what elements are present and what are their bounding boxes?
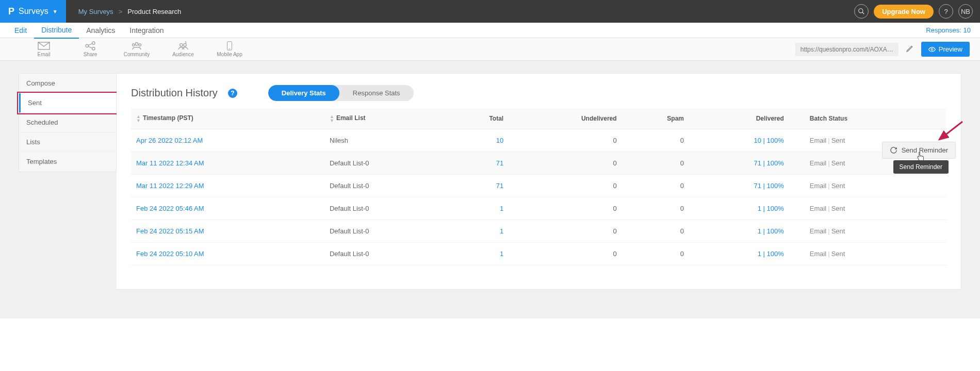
- total-cell: 1: [500, 205, 503, 212]
- spam-cell: 0: [622, 220, 689, 243]
- spam-cell: 0: [622, 129, 689, 152]
- col-batch-status[interactable]: Batch Status: [789, 108, 946, 129]
- timestamp-link[interactable]: Feb 24 2022 05:15 AM: [136, 227, 204, 235]
- send-reminder-button[interactable]: Send Reminder: [882, 142, 956, 159]
- svg-point-12: [184, 44, 186, 46]
- delivered-cell: 71 | 100%: [754, 182, 783, 190]
- pill-delivery-stats[interactable]: Delivery Stats: [268, 85, 339, 101]
- sidebar-item-compose[interactable]: Compose: [19, 74, 116, 93]
- preview-button[interactable]: Preview: [921, 42, 970, 57]
- timestamp-link[interactable]: Mar 11 2022 12:29 AM: [136, 182, 204, 190]
- refresh-icon: [890, 146, 897, 154]
- email-list-cell: Nilesh: [324, 129, 448, 152]
- total-cell: 71: [496, 182, 503, 190]
- email-icon: [38, 41, 50, 50]
- undelivered-cell: 0: [509, 243, 622, 265]
- timestamp-link[interactable]: Apr 26 2022 02:12 AM: [136, 137, 203, 144]
- col-spam[interactable]: Spam: [622, 108, 689, 129]
- tool-label: Email: [37, 52, 50, 57]
- community-icon: [130, 41, 143, 50]
- col-delivered[interactable]: Delivered: [689, 108, 789, 129]
- table-row[interactable]: Feb 24 2022 05:15 AMDefault List-01001 |…: [131, 220, 946, 243]
- col-total[interactable]: Total: [448, 108, 509, 129]
- breadcrumb-current: Product Research: [127, 8, 181, 15]
- timestamp-link[interactable]: Mar 11 2022 12:34 AM: [136, 159, 204, 167]
- search-icon: [858, 8, 865, 15]
- upgrade-button[interactable]: Upgrade Now: [874, 5, 934, 19]
- svg-point-8: [135, 43, 138, 45]
- table-row[interactable]: Mar 11 2022 12:29 AMDefault List-0710071…: [131, 175, 946, 197]
- email-list-cell: Default List-0: [324, 197, 448, 220]
- timestamp-link[interactable]: Feb 24 2022 05:46 AM: [136, 205, 204, 212]
- table-row[interactable]: Feb 24 2022 05:46 AMDefault List-01001 |…: [131, 197, 946, 220]
- eye-icon: [928, 46, 936, 53]
- sidebar-item-lists[interactable]: Lists: [19, 132, 116, 152]
- surveys-dropdown[interactable]: P Surveys ▼: [0, 0, 66, 23]
- breadcrumb: My Surveys > Product Research: [66, 0, 194, 23]
- tab-integration[interactable]: Integration: [122, 23, 171, 38]
- help-icon[interactable]: ?: [228, 89, 237, 98]
- email-list-cell: Default List-0: [324, 152, 448, 175]
- delivered-cell: 71 | 100%: [754, 159, 783, 167]
- delivered-cell: 1 | 100%: [758, 227, 784, 235]
- svg-point-4: [92, 42, 95, 44]
- table-row[interactable]: Feb 24 2022 05:10 AMDefault List-01001 |…: [131, 243, 946, 265]
- send-reminder-label: Send Reminder: [902, 146, 948, 154]
- tool-mobile-app[interactable]: Mobile App: [206, 41, 253, 57]
- batch-status-cell: Email|Sent: [789, 220, 946, 243]
- pill-response-stats[interactable]: Response Stats: [339, 85, 414, 101]
- tool-label: Mobile App: [217, 52, 242, 57]
- page-title: Distribution History: [131, 87, 218, 99]
- tool-label: Share: [84, 52, 97, 57]
- svg-point-0: [859, 9, 863, 13]
- sidebar-item-scheduled[interactable]: Scheduled: [19, 113, 116, 132]
- svg-point-16: [931, 48, 933, 50]
- tool-share[interactable]: Share: [67, 41, 113, 57]
- col-timestamp[interactable]: ▲▼Timestamp (PST): [131, 108, 324, 129]
- pencil-icon: [906, 44, 914, 53]
- undelivered-cell: 0: [509, 175, 622, 197]
- col-undelivered[interactable]: Undelivered: [509, 108, 622, 129]
- svg-line-6: [88, 44, 92, 46]
- help-button[interactable]: ?: [939, 4, 953, 19]
- survey-url-box[interactable]: https://questionpro.com/t/AOXAyZrIjI: [795, 43, 899, 56]
- tool-email[interactable]: Email: [21, 41, 67, 57]
- svg-point-9: [132, 44, 135, 46]
- table-row[interactable]: Apr 26 2022 02:12 AMNilesh100010 | 100%E…: [131, 129, 946, 152]
- total-cell: 1: [500, 250, 503, 258]
- undelivered-cell: 0: [509, 129, 622, 152]
- share-icon: [85, 41, 96, 50]
- sidebar-item-templates[interactable]: Templates: [19, 152, 116, 172]
- responses-count[interactable]: Responses: 10: [926, 26, 973, 34]
- svg-point-3: [86, 44, 88, 47]
- tool-community[interactable]: Community: [113, 41, 160, 57]
- avatar[interactable]: NB: [958, 4, 973, 19]
- main-tabs: Edit Distribute Analytics Integration Re…: [0, 23, 980, 38]
- breadcrumb-root[interactable]: My Surveys: [78, 8, 113, 15]
- delivered-cell: 10 | 100%: [754, 137, 783, 144]
- undelivered-cell: 0: [509, 220, 622, 243]
- sidebar-item-sent[interactable]: Sent: [19, 93, 116, 113]
- timestamp-link[interactable]: Feb 24 2022 05:10 AM: [136, 250, 204, 258]
- breadcrumb-sep-icon: >: [119, 8, 123, 15]
- tab-distribute[interactable]: Distribute: [34, 22, 79, 39]
- edit-url-button[interactable]: [899, 44, 921, 54]
- delivered-cell: 1 | 100%: [758, 205, 784, 212]
- tool-audience[interactable]: $ Audience: [160, 41, 206, 57]
- topbar-right: Upgrade Now ? NB: [854, 0, 980, 23]
- svg-line-1: [862, 12, 864, 14]
- table-row[interactable]: Mar 11 2022 12:34 AMDefault List-0710071…: [131, 152, 946, 175]
- email-list-cell: Default List-0: [324, 175, 448, 197]
- tab-edit[interactable]: Edit: [7, 23, 34, 38]
- spam-cell: 0: [622, 175, 689, 197]
- audience-icon: $: [177, 41, 189, 50]
- search-button[interactable]: [854, 4, 869, 19]
- col-email-list[interactable]: ▲▼Email List: [324, 108, 448, 129]
- undelivered-cell: 0: [509, 197, 622, 220]
- tab-analytics[interactable]: Analytics: [79, 23, 122, 38]
- spam-cell: 0: [622, 152, 689, 175]
- send-reminder-tooltip: Send Reminder: [893, 160, 949, 174]
- logo-icon: P: [8, 6, 14, 17]
- spam-cell: 0: [622, 243, 689, 265]
- tool-label: Community: [124, 52, 150, 57]
